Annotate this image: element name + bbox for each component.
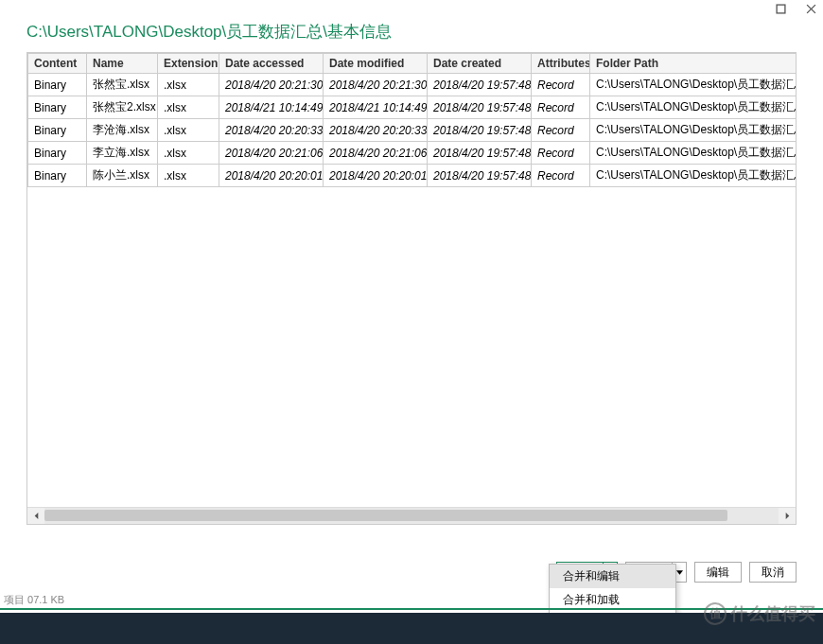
cell-attributes: Record xyxy=(532,119,590,142)
cell-date-created: 2018/4/20 19:57:48 xyxy=(428,165,532,187)
cell-extension: .xlsx xyxy=(158,142,219,165)
cell-folder-path: C:\Users\TALONG\Desktop\员工数据汇总 xyxy=(590,119,797,142)
table-row[interactable]: Binary李立海.xlsx.xlsx2018/4/20 20:21:06201… xyxy=(28,142,797,165)
col-header-attributes[interactable]: Attributes xyxy=(532,54,590,74)
col-header-date-modified[interactable]: Date modified xyxy=(324,54,428,74)
edit-button[interactable]: 编辑 xyxy=(694,562,742,583)
col-header-name[interactable]: Name xyxy=(87,54,158,74)
cell-name: 张然宝.xlsx xyxy=(87,74,158,96)
cell-extension: .xlsx xyxy=(158,165,219,187)
table-row[interactable]: Binary陈小兰.xlsx.xlsx2018/4/20 20:20:01201… xyxy=(28,165,797,187)
cell-date-accessed: 2018/4/20 20:21:30 xyxy=(219,74,324,96)
cell-attributes: Record xyxy=(532,165,590,187)
window-maximize-icon[interactable] xyxy=(774,2,787,15)
cell-folder-path: C:\Users\TALONG\Desktop\员工数据汇总 xyxy=(590,165,797,187)
table-row[interactable]: Binary李沧海.xlsx.xlsx2018/4/20 20:20:33201… xyxy=(28,119,797,142)
cell-date-modified: 2018/4/21 10:14:49 xyxy=(324,96,428,119)
cell-date-created: 2018/4/20 19:57:48 xyxy=(428,96,532,119)
scroll-right-icon[interactable] xyxy=(779,508,796,525)
data-table-container: Content Name Extension Date accessed Dat… xyxy=(26,52,797,525)
cell-date-created: 2018/4/20 19:57:48 xyxy=(428,119,532,142)
cell-folder-path: C:\Users\TALONG\Desktop\员工数据汇总 xyxy=(590,74,797,96)
cell-date-modified: 2018/4/20 20:21:30 xyxy=(324,74,428,96)
table-row[interactable]: Binary张然宝2.xlsx.xlsx2018/4/21 10:14:4920… xyxy=(28,96,797,119)
table-header-row: Content Name Extension Date accessed Dat… xyxy=(28,54,797,74)
col-header-extension[interactable]: Extension xyxy=(158,54,219,74)
data-table: Content Name Extension Date accessed Dat… xyxy=(27,53,796,187)
cell-attributes: Record xyxy=(532,96,590,119)
col-header-date-created[interactable]: Date created xyxy=(428,54,532,74)
col-header-date-accessed[interactable]: Date accessed xyxy=(219,54,324,74)
cell-content: Binary xyxy=(28,119,87,142)
cell-name: 张然宝2.xlsx xyxy=(87,96,158,119)
status-text: 项目 07.1 KB xyxy=(4,593,64,607)
cell-date-modified: 2018/4/20 20:20:01 xyxy=(324,165,428,187)
col-header-folder-path[interactable]: Folder Path xyxy=(590,54,797,74)
svg-rect-0 xyxy=(777,5,785,13)
path-title: C:\Users\TALONG\Desktop\员工数据汇总\基本信息 xyxy=(0,0,823,52)
scroll-thumb[interactable] xyxy=(44,510,727,521)
cell-date-accessed: 2018/4/20 20:20:33 xyxy=(219,119,324,142)
cell-name: 李沧海.xlsx xyxy=(87,119,158,142)
cell-name: 陈小兰.xlsx xyxy=(87,165,158,187)
divider-strip xyxy=(0,608,823,610)
window-close-icon[interactable] xyxy=(804,2,817,15)
cancel-button[interactable]: 取消 xyxy=(749,562,797,583)
cell-attributes: Record xyxy=(532,74,590,96)
cell-content: Binary xyxy=(28,96,87,119)
cell-date-modified: 2018/4/20 20:20:33 xyxy=(324,119,428,142)
scroll-left-icon[interactable] xyxy=(27,508,44,525)
cell-date-created: 2018/4/20 19:57:48 xyxy=(428,142,532,165)
horizontal-scrollbar[interactable] xyxy=(27,507,796,524)
cell-name: 李立海.xlsx xyxy=(87,142,158,165)
taskbar-background xyxy=(0,613,823,644)
scroll-track[interactable] xyxy=(44,508,779,524)
cell-folder-path: C:\Users\TALONG\Desktop\员工数据汇总 xyxy=(590,142,797,165)
cell-folder-path: C:\Users\TALONG\Desktop\员工数据汇总 xyxy=(590,96,797,119)
col-header-content[interactable]: Content xyxy=(28,54,87,74)
cell-extension: .xlsx xyxy=(158,119,219,142)
cell-content: Binary xyxy=(28,142,87,165)
table-row[interactable]: Binary张然宝.xlsx.xlsx2018/4/20 20:21:30201… xyxy=(28,74,797,96)
cell-date-accessed: 2018/4/20 20:20:01 xyxy=(219,165,324,187)
cell-content: Binary xyxy=(28,74,87,96)
cell-date-modified: 2018/4/20 20:21:06 xyxy=(324,142,428,165)
cell-date-accessed: 2018/4/20 20:21:06 xyxy=(219,142,324,165)
cell-date-accessed: 2018/4/21 10:14:49 xyxy=(219,96,324,119)
cell-attributes: Record xyxy=(532,142,590,165)
cell-extension: .xlsx xyxy=(158,74,219,96)
menu-item-combine-edit[interactable]: 合并和编辑 xyxy=(550,565,675,588)
cell-date-created: 2018/4/20 19:57:48 xyxy=(428,74,532,96)
cell-extension: .xlsx xyxy=(158,96,219,119)
cell-content: Binary xyxy=(28,165,87,187)
